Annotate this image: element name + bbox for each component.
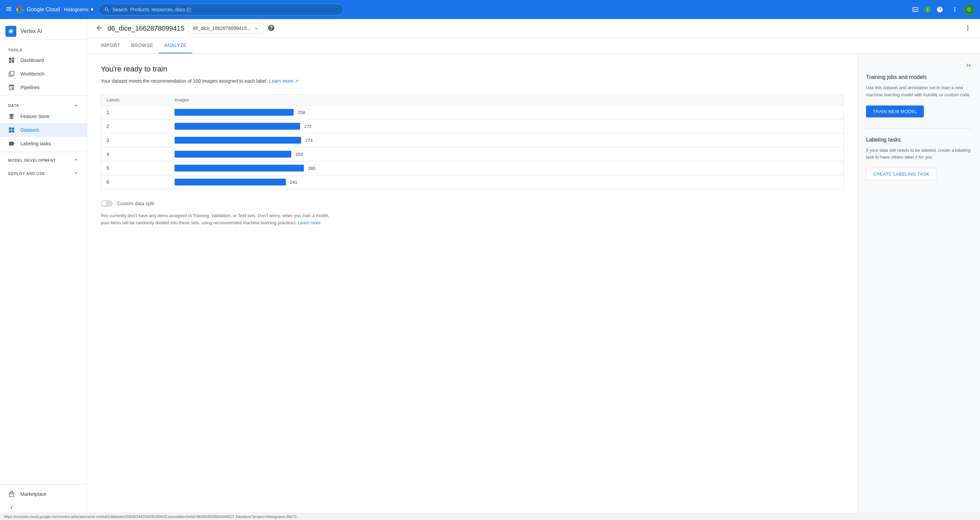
col-label-header: Labels — [107, 97, 175, 102]
sidebar-item-model-dev[interactable]: MODEL DEVELOPMENT — [0, 153, 87, 167]
svg-point-4 — [10, 30, 12, 33]
sidebar-divider-1 — [0, 95, 87, 96]
chart-header: Labels Images — [101, 94, 844, 105]
tools-section-title: TOOLS — [0, 43, 87, 53]
model-dev-expand-icon — [73, 157, 79, 163]
row-label: 1 — [107, 110, 175, 115]
tab-browse[interactable]: BROWSE — [126, 38, 159, 53]
bar-value: 280 — [308, 166, 315, 171]
labeling-section: Labeling tasks If your data still needs … — [866, 137, 972, 181]
external-link-icon: ↗ — [295, 78, 299, 84]
main-panel: You're ready to train Your dataset meets… — [87, 54, 858, 520]
search-input[interactable] — [112, 7, 337, 12]
bar-container: 241 — [175, 179, 838, 186]
sidebar-bottom: Marketplace — [0, 484, 87, 517]
cloud-shell-icon[interactable] — [909, 3, 921, 16]
google-cloud-logo: Google Cloud — [16, 5, 60, 14]
tab-import[interactable]: IMPORT — [95, 38, 126, 53]
training-section: Training jobs and models Use this datase… — [866, 74, 972, 118]
ready-description: Your dataset meets the recommendation of… — [101, 78, 844, 85]
app-body: Vertex AI TOOLS Dashboard Workbench Pipe… — [0, 19, 980, 520]
sidebar: Vertex AI TOOLS Dashboard Workbench Pipe… — [0, 19, 87, 520]
train-new-model-button[interactable]: TRAIN NEW MODEL — [866, 105, 924, 118]
feature-store-label: Feature Store — [21, 114, 50, 119]
more-options-icon[interactable] — [949, 3, 961, 16]
toggle-row: Custom data split — [101, 200, 844, 207]
logo-text: Google Cloud — [27, 6, 60, 13]
sidebar-product-title: Vertex AI — [21, 28, 42, 34]
data-section-title: DATA — [0, 97, 87, 110]
sidebar-item-pipelines[interactable]: Pipelines — [0, 81, 87, 94]
chart-container: Labels Images 1 258 2 272 3 274 — [101, 94, 844, 189]
sidebar-item-marketplace[interactable]: Marketplace — [0, 487, 87, 501]
labeling-label: Labeling tasks — [21, 141, 51, 146]
tab-analyze[interactable]: ANALYZE — [159, 38, 192, 53]
training-title: Training jobs and models — [866, 74, 972, 80]
create-labeling-task-button[interactable]: CREATE LABELING TASK — [866, 168, 937, 180]
bar-fill — [175, 179, 286, 186]
user-avatar[interactable]: G — [964, 4, 975, 15]
ready-title: You're ready to train — [101, 65, 844, 73]
page-title: d6_dice_1662878099415 — [108, 24, 185, 32]
labeling-icon — [8, 140, 15, 147]
back-button[interactable] — [95, 24, 103, 33]
pipelines-icon — [8, 84, 15, 91]
chart-row: 3 274 — [101, 134, 843, 147]
custom-split-label: Custom data split — [117, 201, 154, 206]
panel-divider — [866, 128, 972, 129]
sidebar-collapse-btn[interactable] — [0, 501, 87, 515]
help-icon[interactable] — [934, 3, 946, 16]
sidebar-item-dashboard[interactable]: Dashboard — [0, 53, 87, 67]
sidebar-item-feature-store[interactable]: Feature Store — [0, 110, 87, 123]
chart-row: 2 272 — [101, 119, 843, 134]
page-header: d6_dice_1662878099415 d6_dice_1662878099… — [87, 19, 980, 38]
bar-value: 272 — [304, 124, 312, 129]
right-panel: Training jobs and models Use this datase… — [858, 54, 980, 520]
notif-count: 1 — [927, 8, 929, 11]
main-content: d6_dice_1662878099415 d6_dice_1662878099… — [87, 19, 980, 520]
custom-split-toggle[interactable] — [101, 200, 113, 207]
tabs-bar: IMPORT BROWSE ANALYZE — [87, 38, 980, 54]
bar-container: 253 — [175, 151, 838, 157]
row-label: 6 — [107, 179, 175, 185]
row-label: 2 — [107, 124, 175, 129]
sidebar-item-labeling[interactable]: Labeling tasks — [0, 137, 87, 150]
dashboard-label: Dashboard — [21, 57, 44, 63]
bar-value: 258 — [298, 110, 305, 115]
labeling-title: Labeling tasks — [866, 137, 972, 143]
chart-row: 4 253 — [101, 147, 843, 161]
datasets-label: Datasets — [21, 127, 39, 133]
datasets-icon — [8, 127, 15, 134]
bar-fill — [175, 165, 304, 172]
split-learn-more-link[interactable]: Learn more — [298, 220, 321, 225]
custom-split-section: Custom data split You currently don't ha… — [101, 200, 844, 235]
version-dropdown[interactable]: d6_dice_1662878099415... — [189, 23, 263, 33]
search-bar[interactable] — [98, 4, 343, 15]
panel-collapse-button[interactable] — [866, 62, 972, 69]
sidebar-item-workbench[interactable]: Workbench — [0, 67, 87, 81]
sidebar-header: Vertex AI — [0, 22, 87, 40]
notifications-icon[interactable]: 1 — [924, 6, 931, 13]
hamburger-menu[interactable] — [5, 5, 12, 14]
pipelines-label: Pipelines — [21, 85, 40, 90]
project-selector[interactable]: Histogramo ▼ — [64, 7, 94, 12]
bar-container: 280 — [175, 165, 838, 172]
sidebar-item-datasets[interactable]: Datasets — [0, 123, 87, 137]
feature-store-icon — [8, 113, 15, 120]
bar-fill — [175, 123, 300, 130]
sidebar-item-deploy[interactable]: DEPLOY AND USE — [0, 167, 87, 180]
more-options-btn[interactable] — [964, 24, 972, 33]
toggle-knob — [102, 201, 107, 206]
learn-more-link[interactable]: Learn more ↗ — [269, 78, 298, 84]
chart-row: 6 241 — [101, 175, 843, 189]
help-circle-icon[interactable] — [267, 24, 275, 33]
split-description: You currently don't have any items assig… — [101, 212, 339, 227]
svg-text:G: G — [967, 7, 971, 12]
workbench-label: Workbench — [21, 71, 45, 76]
bar-value: 253 — [295, 152, 303, 157]
split-content: You're ready to train Your dataset meets… — [87, 54, 980, 520]
sidebar-divider-2 — [0, 152, 87, 152]
version-dropdown-text: d6_dice_1662878099415... — [193, 25, 251, 31]
nav-right-icons: 1 G — [909, 3, 975, 16]
row-label: 5 — [107, 165, 175, 171]
